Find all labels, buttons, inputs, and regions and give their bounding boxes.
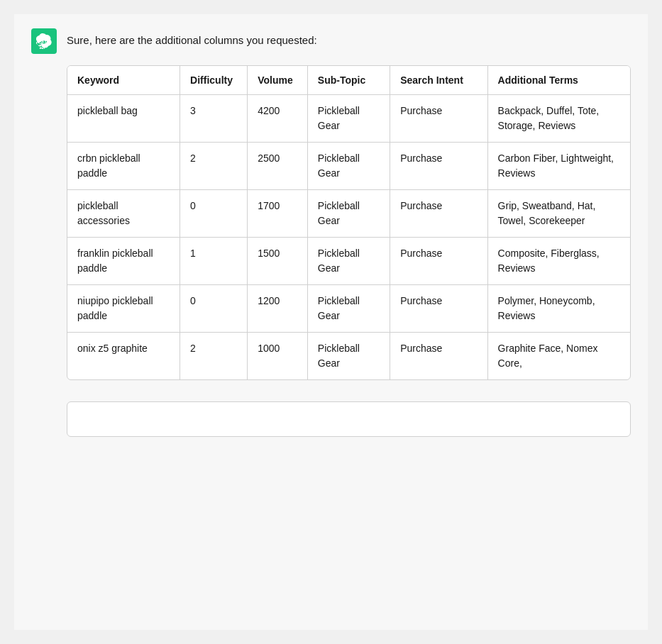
header-difficulty: Difficulty (180, 66, 248, 95)
cell-volume: 1500 (248, 238, 308, 285)
keyword-table: Keyword Difficulty Volume Sub-Topic Sear… (67, 66, 630, 379)
cell-subtopic: Pickleball Gear (307, 285, 390, 333)
header-keyword: Keyword (67, 66, 180, 95)
chatgpt-avatar (31, 28, 57, 54)
cell-intent: Purchase (390, 285, 487, 333)
table-row: franklin pickleball paddle11500Picklebal… (67, 238, 630, 285)
intro-message: Sure, here are the additional columns yo… (67, 28, 317, 49)
cell-keyword: pickleball accessories (67, 190, 180, 238)
message-row: Sure, here are the additional columns yo… (14, 14, 648, 65)
cell-intent: Purchase (390, 190, 487, 238)
header-volume: Volume (248, 66, 308, 95)
cell-difficulty: 2 (180, 333, 248, 380)
table-row: niupipo pickleball paddle01200Pickleball… (67, 285, 630, 333)
cell-difficulty: 0 (180, 190, 248, 238)
cell-additional: Composite, Fiberglass, Reviews (487, 238, 630, 285)
cell-volume: 2500 (248, 143, 308, 190)
cell-keyword: crbn pickleball paddle (67, 143, 180, 190)
cell-additional: Grip, Sweatband, Hat, Towel, Scorekeeper (487, 190, 630, 238)
cell-subtopic: Pickleball Gear (307, 190, 390, 238)
cell-subtopic: Pickleball Gear (307, 95, 390, 143)
cell-volume: 1700 (248, 190, 308, 238)
cell-difficulty: 1 (180, 238, 248, 285)
table-row: pickleball bag34200Pickleball GearPurcha… (67, 95, 630, 143)
cell-difficulty: 0 (180, 285, 248, 333)
cell-additional: Carbon Fiber, Lightweight, Reviews (487, 143, 630, 190)
cell-subtopic: Pickleball Gear (307, 143, 390, 190)
cell-intent: Purchase (390, 143, 487, 190)
cell-additional: Backpack, Duffel, Tote, Storage, Reviews (487, 95, 630, 143)
cell-volume: 1000 (248, 333, 308, 380)
data-table-container: Keyword Difficulty Volume Sub-Topic Sear… (67, 65, 631, 380)
table-row: pickleball accessories01700Pickleball Ge… (67, 190, 630, 238)
cell-intent: Purchase (390, 95, 487, 143)
table-row: crbn pickleball paddle22500Pickleball Ge… (67, 143, 630, 190)
chat-input-area[interactable] (67, 401, 631, 437)
header-subtopic: Sub-Topic (307, 66, 390, 95)
cell-keyword: pickleball bag (67, 95, 180, 143)
table-header-row: Keyword Difficulty Volume Sub-Topic Sear… (67, 66, 630, 95)
cell-subtopic: Pickleball Gear (307, 333, 390, 380)
cell-volume: 1200 (248, 285, 308, 333)
cell-keyword: niupipo pickleball paddle (67, 285, 180, 333)
cell-additional: Graphite Face, Nomex Core, (487, 333, 630, 380)
header-intent: Search Intent (390, 66, 487, 95)
cell-intent: Purchase (390, 333, 487, 380)
cell-additional: Polymer, Honeycomb, Reviews (487, 285, 630, 333)
cell-subtopic: Pickleball Gear (307, 238, 390, 285)
table-row: onix z5 graphite21000Pickleball GearPurc… (67, 333, 630, 380)
cell-volume: 4200 (248, 95, 308, 143)
cell-intent: Purchase (390, 238, 487, 285)
page-container: Sure, here are the additional columns yo… (14, 14, 648, 630)
cell-difficulty: 2 (180, 143, 248, 190)
cell-keyword: franklin pickleball paddle (67, 238, 180, 285)
cell-keyword: onix z5 graphite (67, 333, 180, 380)
header-additional: Additional Terms (487, 66, 630, 95)
cell-difficulty: 3 (180, 95, 248, 143)
